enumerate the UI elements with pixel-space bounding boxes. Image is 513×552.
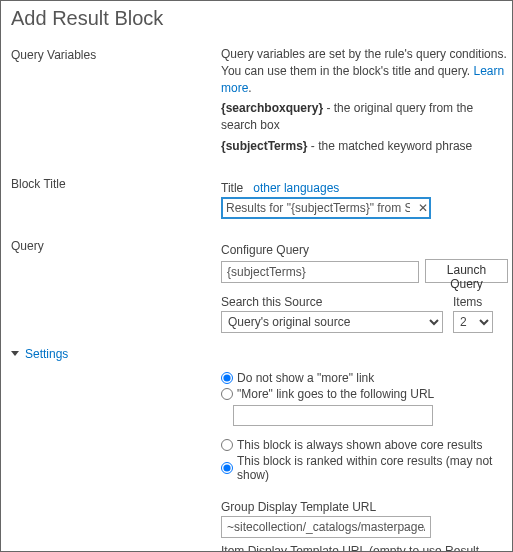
clear-icon[interactable]: ✕: [418, 201, 428, 215]
section-settings: Do not show a "more" link "More" link go…: [1, 365, 512, 552]
placement-above-row[interactable]: This block is always shown above core re…: [221, 438, 508, 452]
configure-query-label: Configure Query: [221, 243, 508, 257]
placement-ranked-label: This block is ranked within core results…: [237, 454, 508, 482]
item-template-label: Item Display Template URL (empty to use …: [221, 544, 508, 552]
configure-query-input[interactable]: [221, 261, 419, 283]
var-desc-2: - the matched keyword phrase: [307, 139, 472, 153]
more-url-label: "More" link goes to the following URL: [237, 387, 434, 401]
section-label-block-title: Block Title: [11, 175, 221, 219]
var-line-1: {searchboxquery} - the original query fr…: [221, 100, 508, 134]
items-label: Items: [453, 295, 493, 309]
caret-down-icon: [11, 351, 19, 356]
other-languages-link[interactable]: other languages: [253, 181, 339, 195]
title-label: Title: [221, 181, 243, 195]
group-template-label: Group Display Template URL: [221, 500, 508, 514]
group-template-input[interactable]: [221, 516, 431, 538]
section-label-query: Query: [11, 237, 221, 333]
placement-ranked-radio[interactable]: [221, 462, 233, 474]
desc-text: Query variables are set by the rule's qu…: [221, 47, 507, 78]
section-query: Query Configure Query Launch Query Searc…: [1, 227, 512, 341]
placement-above-radio[interactable]: [221, 439, 233, 451]
search-source-select[interactable]: Query's original source: [221, 311, 443, 333]
more-none-row[interactable]: Do not show a "more" link: [221, 371, 508, 385]
section-label-query-variables: Query Variables: [11, 46, 221, 159]
section-query-variables: Query Variables Query variables are set …: [1, 44, 512, 167]
block-title-input[interactable]: [221, 197, 431, 219]
items-select[interactable]: 2: [453, 311, 493, 333]
more-none-radio[interactable]: [221, 372, 233, 384]
settings-toggle-label: Settings: [25, 347, 68, 361]
placement-above-label: This block is always shown above core re…: [237, 438, 482, 452]
section-block-title: Block Title Title other languages ✕: [1, 167, 512, 227]
more-url-row[interactable]: "More" link goes to the following URL: [221, 387, 508, 401]
more-url-input[interactable]: [233, 405, 433, 426]
var-key-1: {searchboxquery}: [221, 101, 323, 115]
desc-post: .: [248, 81, 251, 95]
query-vars-description: Query variables are set by the rule's qu…: [221, 46, 508, 96]
more-url-radio[interactable]: [221, 388, 233, 400]
page-title: Add Result Block: [1, 1, 512, 44]
var-key-2: {subjectTerms}: [221, 139, 307, 153]
settings-toggle[interactable]: Settings: [1, 341, 512, 365]
launch-query-button[interactable]: Launch Query: [425, 259, 508, 283]
placement-ranked-row[interactable]: This block is ranked within core results…: [221, 454, 508, 482]
search-source-label: Search this Source: [221, 295, 443, 309]
var-line-2: {subjectTerms} - the matched keyword phr…: [221, 138, 508, 155]
more-none-label: Do not show a "more" link: [237, 371, 374, 385]
